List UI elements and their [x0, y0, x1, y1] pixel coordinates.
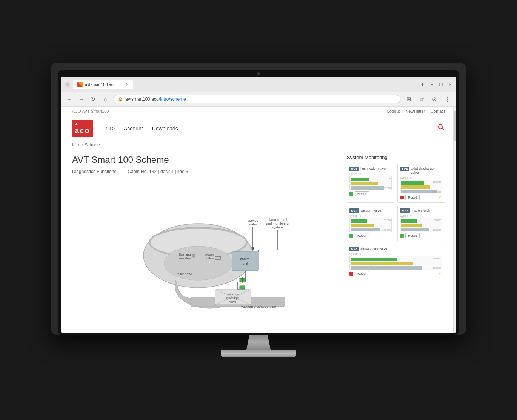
tv4-reset-button[interactable]: Reset [405, 195, 420, 200]
subtitle-functions: Diagnostics Functions [72, 169, 116, 174]
monitoring-title: System Monitoring [347, 155, 445, 160]
sv1-footer: Reset [349, 191, 392, 196]
home-button[interactable]: ⌂ [101, 95, 110, 104]
subtitle-cabin: Cabin No. 132 | deck 4 | line 3 [128, 169, 188, 174]
reload-button[interactable]: ↻ [89, 95, 98, 104]
tv4-status-dot [400, 196, 404, 199]
ms5-val1: 50 000 [434, 219, 441, 221]
breadcrumb-intro[interactable]: Intro [72, 143, 80, 147]
tv4-label: toilet discharge valve [411, 167, 442, 175]
left-panel: AVT Smart 100 Scheme Diagnostics Functio… [72, 155, 339, 325]
nav-account[interactable]: Account [124, 124, 143, 133]
tab-title: avtsmart100.aco [85, 82, 115, 87]
ms5-status-dot [400, 234, 404, 238]
tv4-header: TV4 toilet discharge valve [400, 167, 442, 175]
window-controls [65, 82, 70, 87]
sv3-bar-yellow [351, 262, 413, 265]
monitor-frame: avtsmart100.aco × + − □ × ← → ↻ ⌂ [51, 63, 466, 357]
sv1-bar-yellow [351, 182, 378, 185]
breadcrumb-separator: › [82, 143, 83, 147]
ms5-reset-button[interactable]: Reset [405, 233, 420, 238]
tv4-val2: 200 000 [433, 191, 441, 193]
maximize-button[interactable]: □ [439, 81, 442, 87]
sv3-bar-green [351, 258, 397, 261]
page-title: AVT Smart 100 Scheme [72, 155, 339, 165]
contact-link[interactable]: Contact [431, 109, 445, 113]
tab-close-button[interactable]: × [126, 81, 129, 87]
url-path: /intro/scheme [159, 97, 186, 102]
breadcrumb: Intro › Scheme [61, 141, 456, 149]
svg-text:vacuum discharge pipe: vacuum discharge pipe [241, 305, 276, 308]
back-button[interactable]: ← [65, 95, 74, 104]
svg-text:and monitoring: and monitoring [266, 222, 289, 225]
newsletter-link[interactable]: Newsletter [405, 109, 425, 113]
sv2-val2: 200 000 [382, 229, 391, 231]
svg-rect-36 [240, 286, 245, 290]
sv2-header: SV2 vacuum valve [349, 208, 392, 213]
close-button[interactable]: × [449, 81, 452, 87]
svg-text:system: system [272, 225, 283, 229]
minimize-button[interactable]: − [430, 81, 433, 87]
address-bar[interactable]: 🔒 avtsmart100.aco/intro/scheme [113, 95, 400, 103]
sv3-status-dot [349, 272, 353, 276]
monitor-card-sv1: SV1 flush water valve Cycles 0 [347, 164, 394, 203]
nav-downloads[interactable]: Downloads [152, 124, 178, 133]
sv3-badge: SV3 [349, 247, 359, 251]
monitor-stand-base [221, 350, 296, 357]
scheme-diagram: flushing nozzles toilet bowl [72, 180, 339, 325]
logout-link[interactable]: Logout [387, 109, 400, 113]
forward-button[interactable]: → [77, 95, 86, 104]
sv2-reset-button[interactable]: Reset [355, 233, 369, 238]
utility-bar: ACO AVT Smart100 Logout | Newsletter | C… [61, 107, 456, 116]
toilet-bowl-group: flushing nozzles toilet bowl [143, 224, 285, 308]
ms5-bar-gray [401, 228, 429, 231]
address-url: avtsmart100.aco/intro/scheme [125, 97, 186, 102]
account-button[interactable]: ⊙ [429, 94, 440, 104]
ms5-label: micro switch [412, 208, 431, 213]
scrollbar[interactable] [453, 107, 456, 333]
svg-line-1 [442, 129, 444, 130]
tv4-bar-gray [401, 190, 437, 193]
svg-text:vaccum: vaccum [228, 293, 238, 296]
monitor-screen-outer: avtsmart100.aco × + − □ × ← → ↻ ⌂ [51, 63, 466, 335]
nav-intro[interactable]: Intro [104, 124, 115, 133]
browser-titlebar: avtsmart100.aco × + − □ × [61, 77, 456, 92]
site-header: ▲ aco Intro Account Downloads [61, 116, 456, 141]
monitor-stand-neck [243, 335, 274, 350]
sv2-val1: 50 000 [384, 219, 391, 221]
tv4-chart: 100 000 200 000 [400, 180, 442, 194]
sv2-bar-green [351, 219, 367, 223]
sv2-status-dot [349, 234, 353, 238]
sv1-bar-green [351, 178, 369, 181]
svg-point-6 [164, 246, 232, 280]
sv1-status-dot [349, 192, 353, 196]
sv2-footer: Reset [349, 233, 392, 238]
website-content: ACO AVT Smart100 Logout | Newsletter | C… [61, 107, 456, 333]
bookmark-button[interactable]: ☆ [416, 94, 427, 104]
ms5-val2: 200 000 [433, 229, 441, 231]
scrollbar-thumb[interactable] [454, 111, 456, 141]
browser-tab[interactable]: avtsmart100.aco × [73, 80, 133, 89]
ms5-header: MS5 micro switch [400, 208, 442, 213]
url-base: avtsmart100.aco [125, 97, 159, 102]
website: ACO AVT Smart100 Logout | Newsletter | C… [61, 107, 456, 333]
sv3-reset-button[interactable]: Reset [355, 271, 369, 276]
ms5-bar-green [401, 219, 417, 223]
ms5-bar-yellow [401, 224, 422, 227]
ms5-badge: MS5 [400, 208, 410, 213]
svg-text:control: control [240, 257, 250, 261]
sep-2: | [427, 109, 428, 113]
new-tab-button[interactable]: + [421, 81, 424, 88]
search-icon[interactable] [437, 124, 445, 133]
extensions-button[interactable]: ⊞ [403, 94, 414, 104]
aco-logo[interactable]: ▲ aco [72, 120, 93, 137]
sv1-label: flush water valve [360, 167, 386, 171]
svg-text:water: water [248, 222, 257, 226]
sv3-val1: 100 000 [433, 257, 441, 259]
screen-bezel: avtsmart100.aco × + − □ × ← → ↻ ⌂ [58, 70, 459, 335]
menu-button[interactable]: ⋮ [442, 94, 452, 104]
sv1-reset-button[interactable]: Reset [355, 191, 369, 196]
svg-text:service: service [248, 219, 258, 222]
svg-text:button: button [205, 256, 214, 260]
tv4-bar-yellow [401, 185, 430, 189]
